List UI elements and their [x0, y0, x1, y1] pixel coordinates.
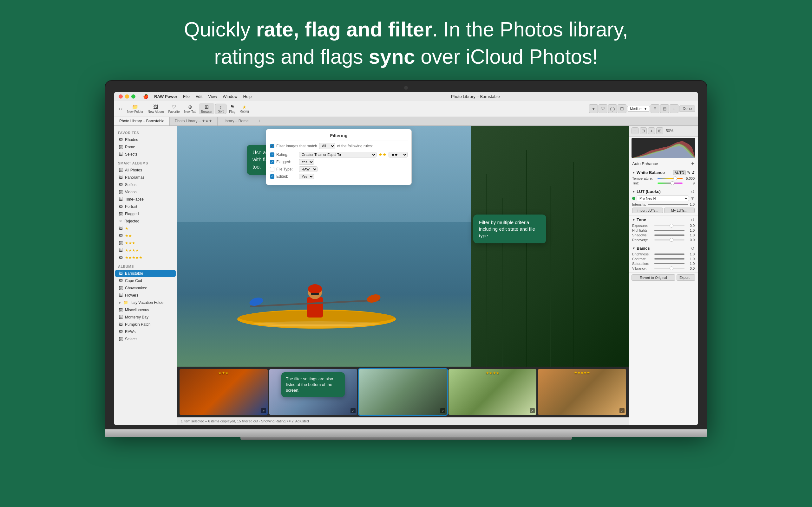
- sidebar-item-barnstable[interactable]: 🖼 Barnstable: [115, 270, 176, 277]
- flagged-condition-select[interactable]: Yes No: [299, 159, 314, 165]
- sidebar-item-star5[interactable]: 🖼 ★★★★★: [115, 254, 176, 261]
- thumbnail-1[interactable]: ★★★ ⤢: [180, 369, 268, 415]
- menu-window[interactable]: Window: [223, 94, 237, 99]
- thumb-1-expand[interactable]: ⤢: [261, 408, 266, 413]
- tab-rome[interactable]: Library – Rome: [217, 117, 254, 125]
- basics-triangle[interactable]: ▼: [632, 246, 635, 250]
- saturation-slider[interactable]: [654, 263, 684, 264]
- circle-btn[interactable]: ◯: [608, 104, 617, 113]
- tab-star[interactable]: Photo Library – ★★★: [170, 117, 217, 125]
- lut-triangle[interactable]: ▼: [632, 190, 635, 193]
- sidebar-item-star2[interactable]: 🖼 ★★: [115, 232, 176, 239]
- sidebar-item-italy[interactable]: ▶ 📁 Italy Vacation Folder: [115, 299, 176, 306]
- sidebar-item-pumpkin[interactable]: 🖼 Pumpkin Patch: [115, 321, 176, 328]
- menu-help[interactable]: Help: [243, 94, 252, 99]
- thumbnail-size-btn[interactable]: ⊞: [651, 104, 659, 113]
- lut-preset-select[interactable]: Pro Neg Hi: [637, 195, 689, 201]
- highlights-slider[interactable]: [654, 230, 684, 231]
- rating-condition-select[interactable]: Greater Than or Equal To Less Than Equal…: [299, 152, 376, 158]
- auto-enhance-icon[interactable]: ✦: [691, 161, 695, 167]
- wb-mode[interactable]: AUTO: [673, 170, 686, 175]
- intensity-slider[interactable]: [648, 204, 688, 205]
- sidebar-item-chawanakee[interactable]: 🖼 Chawanakee: [115, 285, 176, 291]
- tab-barnstable[interactable]: Photo Library – Barnstable: [114, 117, 170, 125]
- filter-match-select[interactable]: All Any: [319, 143, 335, 149]
- sidebar-item-raws[interactable]: 🖼 RAWs: [115, 328, 176, 335]
- revert-btn[interactable]: Revert to Original: [631, 274, 675, 281]
- app-name[interactable]: RAW Power: [154, 94, 177, 99]
- sidebar-item-star4[interactable]: 🖼 ★★★★: [115, 247, 176, 254]
- tone-triangle[interactable]: ▼: [632, 218, 635, 222]
- thumb-4-expand[interactable]: ⤢: [530, 408, 535, 413]
- filter-match-checkbox[interactable]: ✓: [270, 144, 274, 148]
- shadows-slider[interactable]: [654, 234, 684, 236]
- export-btn[interactable]: Export...: [676, 274, 695, 281]
- my-luts-btn[interactable]: My LUTs...: [664, 208, 695, 213]
- brightness-slider[interactable]: [654, 253, 684, 255]
- menu-edit[interactable]: Edit: [195, 94, 202, 99]
- wb-temp-slider[interactable]: [658, 178, 682, 179]
- sort-btn[interactable]: ↕ Sort: [215, 104, 226, 114]
- edited-rule-checkbox[interactable]: ✓: [270, 174, 274, 179]
- sidebar-item-selfies[interactable]: 🖼 Selfies: [115, 181, 176, 188]
- heart-btn[interactable]: ♡: [599, 104, 607, 113]
- recovery-slider[interactable]: [654, 239, 684, 240]
- thumbnail-4[interactable]: ★★★★ ⤢: [449, 369, 537, 415]
- sidebar-item-timelapse[interactable]: 🖼 Time-lapse: [115, 196, 176, 203]
- tab-add[interactable]: +: [254, 117, 264, 125]
- wb-edit-icon[interactable]: ✎: [687, 170, 690, 175]
- flag-btn[interactable]: ⚑ Flag: [227, 103, 237, 114]
- thumbnail-5[interactable]: ★★★★★ ⤢: [538, 369, 626, 415]
- viewer-btn[interactable]: □: [670, 104, 678, 113]
- done-btn[interactable]: Done: [679, 106, 695, 112]
- grid-btn[interactable]: ⊞: [618, 104, 626, 113]
- new-album-btn[interactable]: 🖼 New Album: [146, 104, 166, 114]
- rating-rule-checkbox[interactable]: ✓: [270, 153, 274, 157]
- exposure-slider[interactable]: [654, 225, 684, 226]
- zoom-in-btn[interactable]: +: [648, 127, 655, 134]
- back-forward-btn[interactable]: ‹ ›: [117, 105, 125, 112]
- sidebar-item-rhodes[interactable]: 🖼 Rhodes: [115, 136, 176, 143]
- thumb-5-expand[interactable]: ⤢: [619, 408, 624, 413]
- filter-btn-1[interactable]: ▼: [589, 104, 598, 113]
- thumbnail-2[interactable]: ★★ ⤢ The filter settings are also listed…: [269, 369, 357, 415]
- sidebar-item-panoramas[interactable]: 🖼 Panoramas: [115, 174, 176, 181]
- wb-tint-slider[interactable]: [658, 182, 682, 184]
- sidebar-item-monterey[interactable]: 🖼 Monterey Bay: [115, 314, 176, 321]
- sidebar-item-selects2[interactable]: 🖼 Selects: [115, 336, 176, 343]
- new-folder-btn[interactable]: 📁 New Folder: [125, 103, 145, 114]
- rating-btn[interactable]: ★ Rating: [238, 104, 251, 114]
- sidebar-item-videos[interactable]: 🖼 Videos: [115, 188, 176, 195]
- sidebar-item-flowers[interactable]: 🖼 Flowers: [115, 292, 176, 299]
- menu-file[interactable]: File: [183, 94, 190, 99]
- sidebar-item-selects[interactable]: 🖼 Selects: [115, 151, 176, 158]
- zoom-fit-btn[interactable]: ⊡: [640, 127, 647, 134]
- basics-reset-icon[interactable]: ↺: [691, 246, 695, 251]
- sidebar-item-star1[interactable]: 🖼 ★: [115, 225, 176, 232]
- traffic-light-red[interactable]: [119, 95, 123, 99]
- zoom-fill-btn[interactable]: ⊞: [656, 127, 663, 134]
- flagged-rule-checkbox[interactable]: ✓: [270, 160, 274, 164]
- favorite-btn[interactable]: ♡ Favorite: [166, 103, 182, 114]
- thumbnails-btn[interactable]: ▤: [660, 104, 669, 113]
- traffic-light-green[interactable]: [131, 95, 136, 99]
- sidebar-item-rejected[interactable]: ✕ Rejected: [115, 218, 176, 225]
- import-luts-btn[interactable]: Import LUTs...: [632, 208, 663, 213]
- rating-stars-select[interactable]: ★★ ★ ★★★: [389, 152, 408, 158]
- tone-reset-icon[interactable]: ↺: [691, 217, 695, 222]
- sidebar-item-flagged[interactable]: 🖼 Flagged: [115, 210, 176, 217]
- wb-reset-icon[interactable]: ↺: [692, 170, 695, 175]
- wb-triangle[interactable]: ▼: [632, 171, 635, 174]
- sidebar-item-portrait[interactable]: 🖼 Portrait: [115, 203, 176, 210]
- edited-condition-select[interactable]: Yes No: [299, 174, 314, 179]
- sidebar-item-rome[interactable]: 🖼 Rome: [115, 144, 176, 151]
- lut-arrow-icon[interactable]: ▼: [690, 196, 695, 201]
- menu-view[interactable]: View: [208, 94, 217, 99]
- sidebar-item-all-photos[interactable]: 🖼 All Photos: [115, 167, 176, 174]
- sidebar-item-misc[interactable]: 🖼 Miscellaneous: [115, 306, 176, 314]
- filetype-condition-select[interactable]: RAW JPEG HEIC: [299, 166, 317, 172]
- thumb-2-expand[interactable]: ⤢: [351, 408, 356, 413]
- filetype-rule-checkbox[interactable]: [270, 167, 274, 171]
- browser-btn[interactable]: ⊞ Browser: [199, 103, 214, 114]
- new-tab-btn[interactable]: ⊕ New Tab: [183, 103, 199, 114]
